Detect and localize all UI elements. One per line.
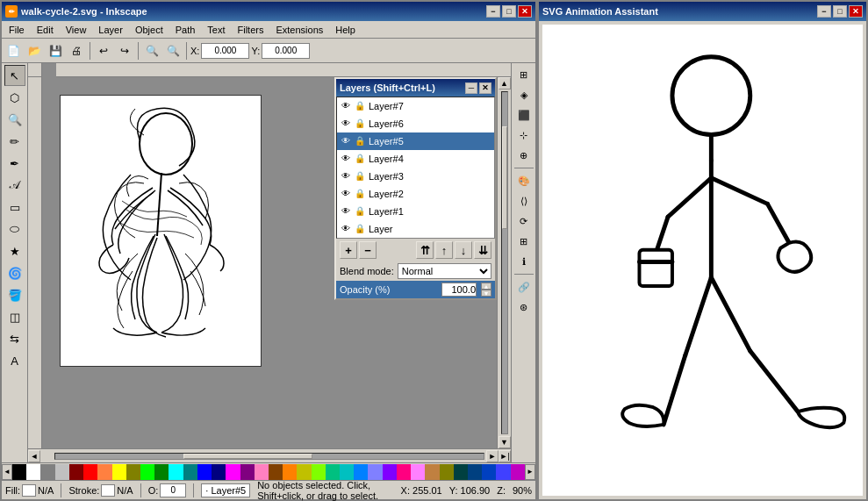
xml-editor-btn[interactable]: ⟨⟩	[514, 191, 534, 211]
stroke-swatch[interactable]	[101, 484, 115, 497]
palette-color-0[interactable]	[12, 464, 26, 480]
vscroll-track[interactable]	[501, 91, 508, 434]
object-props-btn[interactable]: ℹ	[514, 252, 534, 271]
layer-row-4[interactable]: 👁 🔒 Layer#4	[337, 150, 494, 168]
opacity-num-input[interactable]	[160, 483, 186, 497]
palette-color-3[interactable]	[55, 464, 69, 480]
current-layer-indicator[interactable]: · Layer#5	[201, 483, 250, 497]
canvas-content[interactable]: Layers (Shift+Ctrl+L) ─ ✕ 👁 🔒 Layer#7	[42, 77, 497, 448]
anim-close-button[interactable]: ✕	[849, 5, 863, 18]
palette-color-21[interactable]	[312, 464, 326, 480]
close-button[interactable]: ✕	[518, 5, 532, 18]
star-tool[interactable]: ★	[4, 240, 25, 261]
palette-color-5[interactable]	[83, 464, 97, 480]
palette-color-23[interactable]	[340, 464, 354, 480]
paint-tool[interactable]: 🪣	[4, 284, 25, 305]
menu-text[interactable]: Text	[202, 23, 230, 37]
y-input[interactable]	[262, 43, 310, 59]
palette-color-26[interactable]	[383, 464, 397, 480]
snap-btn[interactable]: ⊞	[514, 65, 534, 84]
palette-left-btn[interactable]: ◄	[2, 464, 12, 480]
palette-color-6[interactable]	[97, 464, 111, 480]
palette-color-11[interactable]	[169, 464, 183, 480]
transform-btn[interactable]: ⟳	[514, 211, 534, 231]
symbol-btn[interactable]: ⊛	[514, 297, 534, 317]
hscroll-end-btn[interactable]: ►|	[499, 450, 511, 462]
palette-color-33[interactable]	[482, 464, 496, 480]
print-btn[interactable]: 🖨	[67, 41, 86, 61]
layer-row-2[interactable]: 👁 🔒 Layer#2	[337, 185, 494, 203]
hscroll-track[interactable]	[54, 453, 484, 460]
move-layer-top-btn[interactable]: ⇈	[416, 241, 434, 259]
palette-color-7[interactable]	[112, 464, 126, 480]
align-btn[interactable]: ⊞	[514, 232, 534, 251]
palette-color-19[interactable]	[283, 464, 297, 480]
link-btn[interactable]: 🔗	[514, 277, 534, 297]
remove-layer-btn[interactable]: −	[359, 241, 377, 259]
pen-tool[interactable]: ✒	[4, 153, 25, 174]
move-layer-up-btn[interactable]: ↑	[435, 241, 453, 259]
add-layer-btn[interactable]: +	[340, 241, 357, 259]
palette-color-14[interactable]	[212, 464, 226, 480]
menu-layer[interactable]: Layer	[93, 23, 128, 37]
redo-btn[interactable]: ↪	[115, 41, 134, 61]
zoom-in-btn[interactable]: 🔍	[142, 41, 161, 61]
anim-maximize-button[interactable]: □	[833, 5, 847, 18]
palette-color-31[interactable]	[454, 464, 468, 480]
x-input[interactable]	[201, 43, 249, 59]
opacity-up-btn[interactable]: ▲	[481, 283, 491, 290]
palette-color-24[interactable]	[354, 464, 368, 480]
layer-row-7[interactable]: 👁 🔒 Layer#7	[337, 97, 494, 115]
snap-grid-btn[interactable]: ⊹	[514, 125, 534, 145]
layer-row-5[interactable]: 👁 🔒 Layer#5	[337, 132, 494, 150]
fill-swatch[interactable]	[22, 484, 36, 497]
callig-tool[interactable]: 𝒜	[4, 175, 25, 196]
vscroll-thumb[interactable]	[502, 126, 507, 229]
palette-color-17[interactable]	[255, 464, 269, 480]
palette-color-18[interactable]	[269, 464, 283, 480]
palette-color-25[interactable]	[368, 464, 382, 480]
menu-edit[interactable]: Edit	[32, 23, 59, 37]
node-tool[interactable]: ⬡	[4, 87, 25, 108]
move-layer-bottom-btn[interactable]: ⇊	[474, 241, 491, 259]
freehand-tool[interactable]: ✏	[4, 131, 25, 152]
hscroll-left-btn[interactable]: ◄	[28, 450, 40, 462]
menu-extensions[interactable]: Extensions	[270, 23, 328, 37]
palette-color-4[interactable]	[69, 464, 83, 480]
palette-color-13[interactable]	[197, 464, 212, 480]
open-btn[interactable]: 📂	[25, 41, 44, 61]
move-layer-down-btn[interactable]: ↓	[455, 241, 472, 259]
spiral-tool[interactable]: 🌀	[4, 262, 25, 283]
zoom-tool[interactable]: 🔍	[4, 109, 25, 130]
snap-guide-btn[interactable]: ⊕	[514, 146, 534, 165]
menu-object[interactable]: Object	[130, 23, 169, 37]
select-tool[interactable]: ↖	[4, 65, 25, 86]
menu-filters[interactable]: Filters	[233, 23, 269, 37]
hscroll-thumb[interactable]	[183, 454, 312, 459]
hscroll-right-btn[interactable]: ►	[486, 450, 499, 462]
palette-color-29[interactable]	[425, 464, 439, 480]
minimize-button[interactable]: −	[486, 5, 500, 18]
palette-color-28[interactable]	[411, 464, 425, 480]
palette-color-2[interactable]	[40, 464, 54, 480]
palette-right-btn[interactable]: ►	[525, 464, 535, 480]
blend-mode-select[interactable]: Normal Multiply Screen	[398, 263, 491, 279]
palette-color-22[interactable]	[326, 464, 340, 480]
palette-color-1[interactable]	[26, 464, 40, 480]
palette-color-34[interactable]	[496, 464, 510, 480]
layer-row-3[interactable]: 👁 🔒 Layer#3	[337, 168, 494, 185]
layer-row-6[interactable]: 👁 🔒 Layer#6	[337, 115, 494, 132]
menu-help[interactable]: Help	[330, 23, 361, 37]
menu-view[interactable]: View	[61, 23, 92, 37]
opacity-down-btn[interactable]: ▼	[481, 290, 491, 297]
fill-stroke-btn[interactable]: 🎨	[514, 171, 534, 190]
palette-color-9[interactable]	[140, 464, 154, 480]
layer-row-1[interactable]: 👁 🔒 Layer#1	[337, 203, 494, 220]
layers-collapse-btn[interactable]: ─	[465, 82, 477, 94]
palette-color-12[interactable]	[183, 464, 197, 480]
save-btn[interactable]: 💾	[46, 41, 65, 61]
menu-file[interactable]: File	[4, 23, 30, 37]
maximize-button[interactable]: □	[502, 5, 516, 18]
circle-tool[interactable]: ⬭	[4, 218, 25, 240]
palette-color-16[interactable]	[240, 464, 255, 480]
